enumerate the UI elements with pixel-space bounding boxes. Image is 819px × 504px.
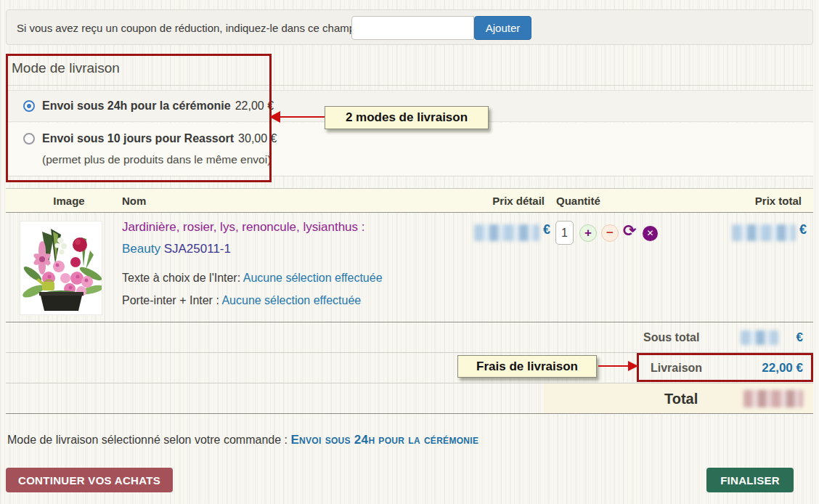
- coupon-bar: Si vous avez reçu un coupon de réduction…: [6, 9, 813, 45]
- finalize-button[interactable]: FINALISER: [706, 468, 794, 492]
- shipping-fee-label: Livraison: [651, 353, 702, 383]
- subtotal-row: Sous total €: [6, 322, 813, 353]
- table-row: Jardinière, rosier, lys, renoncule, lysi…: [6, 213, 813, 322]
- shipping-fee-value: 22,00 €: [762, 353, 803, 383]
- column-header-quantity: Quantité: [556, 189, 600, 213]
- product-name-line2: Beauty SJA25011-1: [122, 242, 231, 256]
- coupon-add-button[interactable]: Ajouter: [474, 16, 531, 40]
- redacted-subtotal: [741, 330, 778, 345]
- euro-symbol: €: [799, 222, 807, 237]
- option-value-link[interactable]: Aucune sélection effectuée: [243, 272, 383, 284]
- quantity-decrease-icon[interactable]: −: [601, 224, 619, 242]
- redacted-line-total: [732, 224, 796, 241]
- coupon-label: Si vous avez reçu un coupon de réduction…: [17, 10, 355, 46]
- redacted-unit-price: [474, 224, 539, 241]
- shipping-option-note: (permet plus de produits dans le même en…: [42, 153, 271, 166]
- column-header-image: Image: [44, 189, 94, 213]
- annotation-callout-shipping: 2 modes de livraison: [325, 106, 489, 129]
- divider: [6, 85, 813, 86]
- cart-table-header: Image Nom Prix détail Quantité Prix tota…: [6, 188, 813, 213]
- annotation-callout-shipping-fee: Frais de livraison: [457, 355, 597, 378]
- selected-shipping-note: Mode de livraison sélectionné selon votr…: [7, 433, 478, 447]
- refresh-icon[interactable]: ⟳: [623, 221, 636, 240]
- delete-item-icon[interactable]: ✕: [643, 226, 658, 241]
- euro-symbol: €: [796, 322, 803, 353]
- product-option-2: Porte-inter + Inter : Aucune sélection e…: [122, 294, 361, 307]
- product-name[interactable]: Jardinière, rosier, lys, renoncule, lysi…: [122, 220, 365, 235]
- shipping-option-10j[interactable]: Envoi sous 10 jours pour Reassort 30,00 …: [6, 123, 813, 176]
- note-prefix: Mode de livraison sélectionné selon votr…: [7, 434, 290, 446]
- quantity-increase-icon[interactable]: +: [579, 224, 597, 242]
- annotation-arrow-line: [280, 116, 325, 118]
- annotation-arrow-line: [598, 365, 630, 367]
- option-label: Porte-inter + Inter :: [122, 294, 219, 306]
- redacted-grand-total: [743, 390, 803, 407]
- annotation-arrow-head-right-icon: [628, 361, 638, 371]
- shipping-option-label[interactable]: Envoi sous 24h pour la cérémonie: [42, 99, 231, 113]
- radio-unchecked-icon[interactable]: [23, 133, 35, 145]
- option-label: Texte à choix de l'Inter:: [122, 272, 240, 284]
- shipping-option-label[interactable]: Envoi sous 10 jours pour Reassort: [42, 132, 234, 145]
- shipping-option-price: 30,00 €: [238, 132, 277, 145]
- euro-symbol: €: [543, 222, 550, 237]
- radio-checked-icon[interactable]: [23, 100, 35, 112]
- column-header-unit-price: Prix détail: [441, 189, 545, 213]
- note-selected-mode[interactable]: Envoi sous 24h pour la cérémonie: [290, 433, 478, 447]
- column-header-total-price: Prix total: [693, 189, 802, 213]
- shipping-section-title: Mode de livraison: [12, 60, 120, 76]
- coupon-input[interactable]: [351, 16, 474, 40]
- shipping-option-price: 22,00 €: [235, 99, 274, 113]
- column-header-name: Nom: [122, 189, 146, 213]
- totals-section: Sous total € Livraison 22,00 € Total: [6, 322, 813, 414]
- flower-arrangement-image: [20, 221, 102, 314]
- product-image[interactable]: [20, 221, 102, 315]
- grand-total-label: Total: [664, 383, 698, 414]
- continue-shopping-button[interactable]: CONTINUER VOS ACHATS: [6, 468, 173, 492]
- option-value-link[interactable]: Aucune sélection effectuée: [221, 294, 361, 306]
- grand-total-row: Total: [6, 383, 813, 414]
- cart-page: Si vous avez reçu un coupon de réduction…: [0, 0, 819, 504]
- product-option-1: Texte à choix de l'Inter: Aucune sélecti…: [122, 272, 383, 285]
- subtotal-label: Sous total: [643, 322, 699, 353]
- shipping-fee-row: Livraison 22,00 €: [6, 353, 813, 383]
- quantity-input[interactable]: [555, 221, 574, 245]
- annotation-arrow-head-left-icon: [269, 111, 280, 123]
- product-sku: SJA25011-1: [164, 242, 231, 256]
- product-link[interactable]: Beauty: [122, 242, 160, 256]
